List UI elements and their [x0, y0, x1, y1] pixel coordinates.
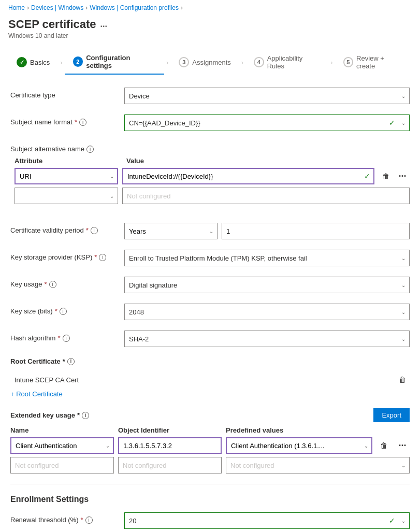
ksp-control: Enroll to Trusted Platform Module (TPM) … [124, 250, 410, 266]
san-value-input-1[interactable] [122, 168, 374, 184]
subject-name-control: CN={{AAD_Device_ID}} ✓ ⌄ [124, 114, 410, 131]
tab-applicability[interactable]: 4 Applicability Rules [245, 50, 328, 74]
san-section: Subject alternative name i Attribute Val… [10, 141, 410, 204]
page-header: SCEP certificate ... Windows 10 and late… [0, 16, 420, 46]
ksp-row: Key storage provider (KSP) * i Enroll to… [10, 250, 410, 266]
subject-name-select[interactable]: CN={{AAD_Device_ID}} [124, 114, 410, 131]
key-size-select[interactable]: 2048 4096 [124, 304, 410, 320]
tab-basics-circle: ✓ [17, 57, 27, 67]
key-usage-label: Key usage * i [10, 277, 124, 288]
cert-type-select-wrapper: Device ⌄ [124, 88, 410, 104]
key-usage-select-wrapper: Digital signature Key encipherment ⌄ [124, 277, 410, 293]
tab-review-label: Review + create [356, 54, 403, 70]
san-header: Attribute Value [15, 157, 410, 165]
subject-name-label: Subject name format * i [10, 114, 124, 126]
eku-predefined-select-1[interactable]: Client Authentication (1.3.6.1.... [226, 437, 372, 454]
key-size-label: Key size (bits) * i [10, 304, 124, 315]
tab-review-circle: 5 [343, 57, 354, 67]
root-cert-item: Intune SCEP CA Cert 🗑 [10, 369, 410, 390]
hash-algo-row: Hash algorithm * i SHA-2 SHA-1 ⌄ [10, 331, 410, 347]
eku-row-1: Client Authentication ⌄ Client Authentic… [10, 437, 410, 454]
cert-validity-control: Years Months Days ⌄ [124, 223, 410, 239]
root-cert-name: Intune SCEP CA Cert [10, 376, 79, 384]
validity-number-input[interactable] [222, 223, 410, 239]
key-size-info-icon: i [60, 308, 67, 315]
tab-config[interactable]: 2 Configuration settings [65, 50, 164, 75]
renewal-threshold-label: Renewal threshold (%) * i [10, 512, 124, 524]
eku-section: Extended key usage * i Export Name Objec… [10, 408, 410, 473]
san-delete-btn-1[interactable]: 🗑 [379, 169, 393, 183]
export-button[interactable]: Export [373, 408, 410, 422]
ksp-select[interactable]: Enroll to Trusted Platform Module (TPM) … [124, 250, 410, 266]
subject-name-select-wrapper: CN={{AAD_Device_ID}} ✓ ⌄ [124, 114, 410, 131]
tab-assignments[interactable]: 3 Assignments [170, 53, 239, 71]
renewal-threshold-row: Renewal threshold (%) * i 20 ✓ ⌄ [10, 512, 410, 529]
eku-header-row: Extended key usage * i Export [10, 408, 410, 422]
san-attr-select-1[interactable]: URI [15, 168, 118, 184]
renewal-threshold-info-icon: i [85, 516, 93, 524]
hash-algo-select-wrapper: SHA-2 SHA-1 ⌄ [124, 331, 410, 347]
eku-row-2: Not configured ⌄ [10, 457, 410, 473]
cert-validity-label: Certificate validity period * i [10, 223, 124, 234]
cert-type-label: Certificate type [10, 88, 124, 99]
key-size-control: 2048 4096 ⌄ [124, 304, 410, 320]
breadcrumb-config-profiles[interactable]: Windows | Configuration profiles [90, 4, 179, 11]
breadcrumb-home[interactable]: Home [8, 4, 25, 11]
hash-algo-select[interactable]: SHA-2 SHA-1 [124, 331, 410, 347]
ksp-select-wrapper: Enroll to Trusted Platform Module (TPM) … [124, 250, 410, 266]
eku-columns: Name Object Identifier Predefined values [10, 426, 410, 434]
validity-period-select[interactable]: Years Months Days [124, 223, 218, 239]
subject-name-row: Subject name format * i CN={{AAD_Device_… [10, 114, 410, 131]
root-cert-info-icon: i [67, 358, 75, 365]
cert-type-select[interactable]: Device [124, 88, 410, 104]
root-cert-section: Root Certificate * i Intune SCEP CA Cert… [10, 357, 410, 398]
san-more-btn-1[interactable]: ··· [395, 169, 410, 183]
san-row-2: ⌄ [15, 188, 410, 204]
tab-basics-label: Basics [30, 59, 50, 66]
add-root-cert-link[interactable]: + Root Certificate [10, 390, 63, 398]
tab-assignments-label: Assignments [192, 59, 230, 66]
tab-review[interactable]: 5 Review + create [335, 50, 412, 74]
key-usage-select[interactable]: Digital signature Key encipherment [124, 277, 410, 293]
hash-algo-label: Hash algorithm * i [10, 331, 124, 342]
san-value-placeholder-2[interactable] [122, 188, 410, 204]
eku-delete-btn-1[interactable]: 🗑 [376, 438, 391, 453]
eku-oid-input-1[interactable] [118, 437, 222, 454]
key-usage-row: Key usage * i Digital signature Key enci… [10, 277, 410, 293]
eku-name-select-1[interactable]: Client Authentication [10, 437, 114, 454]
tab-applicability-label: Applicability Rules [267, 54, 321, 70]
page-title-ellipsis[interactable]: ... [100, 20, 107, 29]
root-cert-label: Root Certificate * i [10, 357, 410, 365]
eku-label: Extended key usage * i [10, 411, 89, 419]
renewal-threshold-control: 20 ✓ ⌄ [124, 512, 410, 529]
san-row-1: URI ⌄ ✓ 🗑 ··· [15, 168, 410, 184]
san-actions-1: 🗑 ··· [379, 169, 410, 183]
hash-algo-control: SHA-2 SHA-1 ⌄ [124, 331, 410, 347]
section-divider [10, 484, 410, 484]
tab-config-label: Configuration settings [86, 54, 156, 69]
eku-oid-placeholder-2[interactable] [118, 457, 222, 473]
breadcrumb-devices-windows[interactable]: Devices | Windows [31, 4, 83, 11]
key-size-row: Key size (bits) * i 2048 4096 ⌄ [10, 304, 410, 320]
breadcrumb: Home › Devices | Windows › Windows | Con… [0, 0, 420, 16]
cert-validity-row: Certificate validity period * i Years Mo… [10, 223, 410, 239]
ksp-info-icon: i [99, 254, 106, 261]
eku-name-placeholder-2[interactable] [10, 457, 114, 473]
eku-predefined-placeholder-2[interactable]: Not configured [226, 457, 410, 473]
san-attr-select-2[interactable] [15, 188, 118, 204]
renewal-threshold-select[interactable]: 20 [124, 512, 410, 529]
eku-more-btn-1[interactable]: ··· [395, 438, 410, 453]
cert-type-control: Device ⌄ [124, 88, 410, 104]
renewal-threshold-select-wrapper: 20 ✓ ⌄ [124, 512, 410, 529]
hash-algo-info-icon: i [63, 335, 70, 342]
tab-basics[interactable]: ✓ Basics [8, 53, 58, 71]
validity-row: Years Months Days ⌄ [124, 223, 410, 239]
key-size-select-wrapper: 2048 4096 ⌄ [124, 304, 410, 320]
cert-validity-info-icon: i [91, 227, 98, 234]
cert-type-row: Certificate type Device ⌄ [10, 88, 410, 104]
san-label: Subject alternative name i [10, 141, 410, 153]
wizard-tabs: ✓ Basics › 2 Configuration settings › 3 … [0, 46, 420, 79]
root-cert-delete-btn[interactable]: 🗑 [395, 372, 410, 387]
subject-name-info-icon: i [79, 119, 86, 126]
eku-info-icon: i [82, 412, 89, 419]
